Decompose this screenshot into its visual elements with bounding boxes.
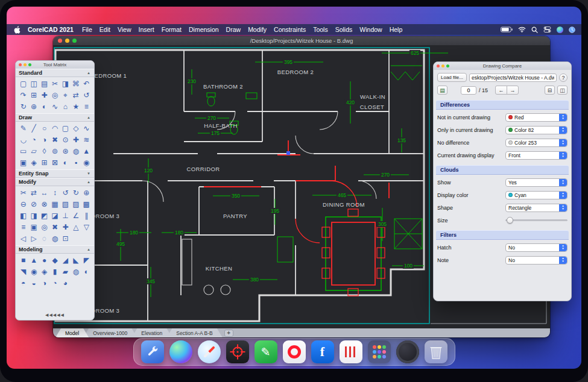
add-tab-button[interactable]: + [224,330,233,337]
dropdown-hatch[interactable]: No▲▼ [505,243,567,252]
tool-icon[interactable]: ▮ [49,266,60,277]
control-center-icon[interactable] [543,27,551,33]
tool-icon[interactable]: ◕ [60,278,71,289]
tool-icon[interactable]: ⌂ [60,101,71,112]
section-header-modeling[interactable]: Modeling▲ [16,245,94,254]
tool-icon[interactable]: ↔ [39,187,49,198]
tool-icon[interactable]: ⊖ [18,199,28,210]
difference-index-field[interactable] [461,86,476,95]
tool-icon[interactable]: ▭ [18,146,28,157]
tool-icon[interactable]: ∿ [81,123,92,134]
tool-icon[interactable]: ↺ [60,187,71,198]
tool-icon[interactable]: ◐ [81,266,92,277]
tool-icon[interactable]: ◊ [39,146,49,157]
utilities-dock-icon[interactable] [141,340,164,363]
tool-icon[interactable]: ⊕ [81,187,92,198]
tool-icon[interactable]: ▱ [28,146,39,157]
menu-modify[interactable]: Modify [244,26,270,33]
tool-icon[interactable]: ⊙ [60,134,71,145]
window-titlebar[interactable]: /Desktop/Projects/Witzek House - B.dwg [53,36,550,45]
tool-icon[interactable]: ▢ [60,123,71,134]
tool-icon[interactable]: ⊞ [28,90,39,101]
tool-icon[interactable]: ↺ [81,90,92,101]
tool-icon[interactable]: ▣ [18,157,28,168]
previous-difference-button[interactable]: ← [495,86,507,95]
tab-section-a-a-b-b[interactable]: Section A-A B-B [166,328,222,337]
tab-overview-1000[interactable]: Overview-1000 [83,328,137,337]
tool-icon[interactable]: ◐ [60,157,71,168]
tool-icon[interactable]: ▤ [39,78,49,89]
menu-window[interactable]: Window [356,26,385,33]
dropdown-current-drawing-display[interactable]: Front▲▼ [505,151,567,160]
tool-icon[interactable]: ⊗ [39,199,49,210]
tool-icon[interactable]: ⊘ [28,199,39,210]
size-slider[interactable] [505,216,567,225]
minimize-button[interactable] [65,39,69,43]
dropdown-not-in-current-drawing[interactable]: Red▲▼ [505,113,567,122]
tool-icon[interactable]: ★ [71,101,81,112]
tool-icon[interactable]: ✚ [60,222,71,233]
tool-icon[interactable]: ◧ [18,210,28,221]
tool-icon[interactable]: ◤ [81,255,92,266]
tool-icon[interactable]: ∥ [81,210,92,221]
tool-icon[interactable]: ◔ [28,134,39,145]
tool-icon[interactable]: ▷ [28,233,39,244]
section-header-entity-snap[interactable]: Entity Snap▼ [16,169,94,178]
menu-format[interactable]: Format [158,26,185,33]
menu-tools[interactable]: Tools [309,26,332,33]
print-icon[interactable]: ⊟ [545,86,555,95]
palette-close-button[interactable] [19,63,22,66]
tool-icon[interactable]: ↻ [71,187,81,198]
tool-icon[interactable]: ◡ [18,134,28,145]
tool-icon[interactable]: ⊞ [39,157,49,168]
tool-icon[interactable]: ⊡ [60,233,71,244]
tool-icon[interactable]: ▣ [28,222,39,233]
tool-icon[interactable]: ◆ [49,255,60,266]
close-button[interactable] [58,39,62,43]
copy-icon[interactable]: ◫ [557,86,567,95]
menu-help[interactable]: Help [386,26,406,33]
tool-icon[interactable]: ◔ [49,278,60,289]
tool-icon[interactable]: ⊚ [49,146,60,157]
wifi-icon[interactable] [518,27,526,33]
dropdown-display-color[interactable]: Cyan▲▼ [505,191,567,199]
tool-icon[interactable]: ╱ [28,123,39,134]
tool-icon[interactable]: ≡ [18,222,28,233]
tool-icon[interactable]: ⌖ [60,90,71,101]
tool-icon[interactable]: ▩ [81,199,92,210]
tool-icon[interactable]: ⊕ [28,101,39,112]
difference-view-icon[interactable]: ▤ [437,86,447,95]
section-header-modify[interactable]: Modify▲ [16,178,94,186]
trash-dock-icon[interactable] [425,340,447,363]
apple-icon[interactable] [14,26,21,34]
tool-icon[interactable]: ▢ [18,78,28,89]
reader-dock-icon[interactable] [340,340,362,363]
menu-draw[interactable]: Draw [223,26,245,33]
tool-icon[interactable]: ▧ [60,199,71,210]
tool-icon[interactable]: ∠ [71,210,81,221]
tool-icon[interactable]: ◍ [71,146,81,157]
menu-constraints[interactable]: Constraints [270,26,309,33]
tool-icon[interactable]: ◩ [39,210,49,221]
pencil-dock-icon[interactable]: ✎ [254,340,277,363]
section-header-draw[interactable]: Draw▲ [16,113,94,122]
tool-icon[interactable]: ◈ [39,266,49,277]
tool-icon[interactable]: ○ [39,123,49,134]
siri-dock-icon[interactable] [169,340,192,363]
tool-icon[interactable]: △ [71,222,81,233]
menu-file[interactable]: File [78,26,96,33]
menu-insert[interactable]: Insert [134,26,157,33]
tool-icon[interactable]: ◨ [60,78,71,89]
tool-icon[interactable]: ≋ [81,134,92,145]
tool-icon[interactable]: ◣ [71,255,81,266]
siri-icon[interactable] [557,27,563,33]
tool-icon[interactable]: ▦ [49,199,60,210]
tool-icon[interactable]: ● [39,255,49,266]
tool-icon[interactable]: ⊛ [60,146,71,157]
tool-icon[interactable]: ◠ [49,123,60,134]
tool-icon[interactable]: ◎ [39,222,49,233]
tool-icon[interactable]: ▲ [28,255,39,266]
menu-edit[interactable]: Edit [96,26,114,33]
menu-view[interactable]: View [114,26,135,33]
tool-icon[interactable]: ◢ [60,255,71,266]
